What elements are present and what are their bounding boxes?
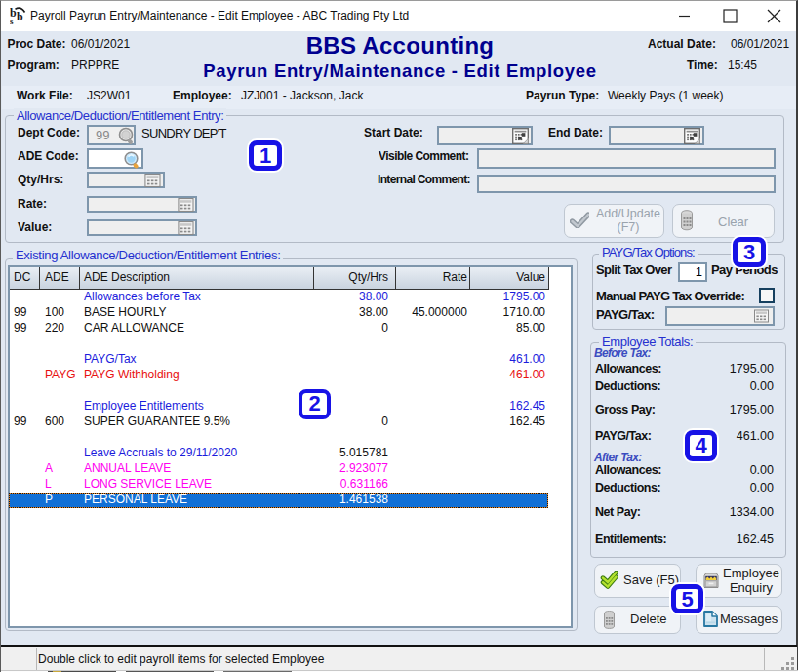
svg-text:s: s bbox=[10, 17, 14, 25]
svg-text:b: b bbox=[17, 10, 23, 23]
